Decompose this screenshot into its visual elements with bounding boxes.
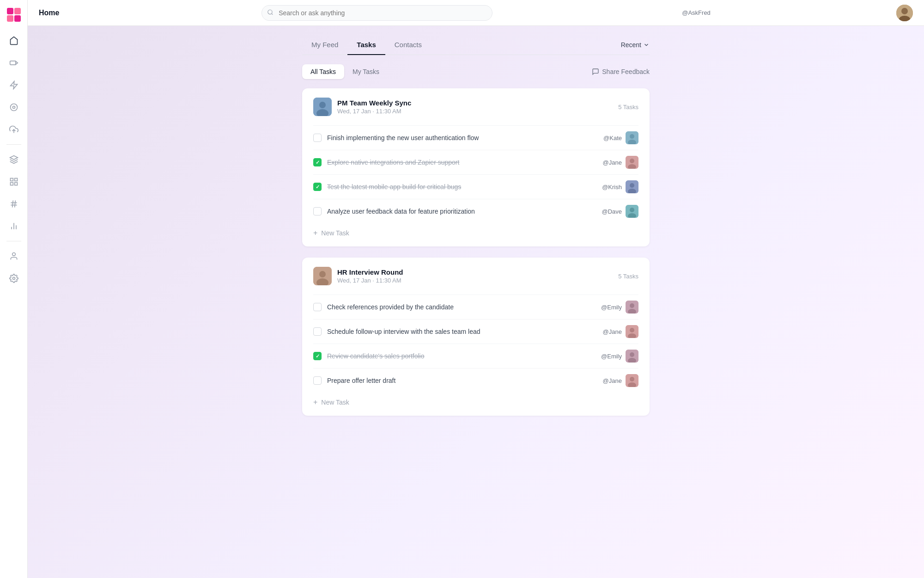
svg-rect-14 (14, 183, 17, 185)
task-text-4: Analyze user feedback data for feature p… (327, 208, 596, 215)
page-title: Home (39, 9, 76, 17)
assignee-avatar-6 (626, 325, 638, 338)
assignee-name-3: @Krish (602, 184, 622, 191)
task-checkbox-3[interactable] (313, 183, 322, 191)
svg-point-48 (630, 303, 634, 308)
sub-tabs: All Tasks My Tasks Share Feedback (302, 64, 650, 79)
subtab-mytasks[interactable]: My Tasks (344, 64, 388, 79)
chart-icon[interactable] (5, 217, 23, 235)
svg-point-8 (12, 106, 15, 109)
svg-marker-5 (16, 61, 18, 65)
svg-point-39 (630, 183, 634, 188)
assignee-avatar-1 (626, 131, 638, 144)
svg-point-27 (901, 8, 908, 14)
svg-rect-3 (14, 15, 21, 22)
search-icon (267, 9, 274, 17)
task-checkbox-8[interactable] (313, 376, 322, 385)
task-text-7: Review candidate's sales portfolio (327, 352, 596, 360)
task-text-8: Prepare offer letter draft (327, 377, 597, 384)
task-checkbox-6[interactable] (313, 327, 322, 336)
group-meta-2: Wed, 17 Jan · 11:30 AM (337, 277, 613, 284)
sidebar (0, 0, 28, 578)
tab-tasks[interactable]: Tasks (347, 35, 385, 55)
svg-rect-12 (14, 178, 17, 181)
hash-icon[interactable] (5, 195, 23, 213)
task-text-3: Test the latest mobile app build for cri… (327, 183, 596, 191)
lightning-icon[interactable] (5, 76, 23, 94)
task-assignee-4: @Dave (602, 205, 638, 218)
task-group-header-1: PM Team Weekly Sync Wed, 17 Jan · 11:30 … (313, 98, 638, 116)
subtab-alltasks[interactable]: All Tasks (302, 64, 344, 79)
circle-icon[interactable] (5, 98, 23, 117)
svg-point-45 (319, 271, 326, 277)
group-title-1: PM Team Weekly Sync (337, 99, 613, 107)
task-item-5: Check references provided by the candida… (313, 295, 638, 319)
recent-dropdown[interactable]: Recent (621, 41, 650, 49)
tab-myfeed[interactable]: My Feed (302, 35, 347, 55)
group-info-1: PM Team Weekly Sync Wed, 17 Jan · 11:30 … (337, 99, 613, 115)
upload-icon[interactable] (5, 120, 23, 139)
search-input[interactable] (261, 5, 492, 21)
task-checkbox-4[interactable] (313, 207, 322, 215)
person-icon[interactable] (5, 247, 23, 265)
svg-point-23 (12, 277, 15, 280)
task-item-6: Schedule follow-up interview with the sa… (313, 319, 638, 344)
home-icon[interactable] (5, 31, 23, 50)
ask-fred-label: @AskFred (682, 9, 711, 16)
svg-rect-0 (7, 8, 13, 14)
task-group-header-2: HR Interview Round Wed, 17 Jan · 11:30 A… (313, 267, 638, 285)
task-item-8: Prepare offer letter draft @Jane (313, 368, 638, 393)
svg-point-51 (630, 328, 634, 332)
new-task-button-1[interactable]: + New Task (313, 223, 638, 237)
task-checkbox-7[interactable] (313, 352, 322, 360)
svg-point-42 (630, 208, 634, 212)
task-item-3: Test the latest mobile app build for cri… (313, 174, 638, 199)
svg-rect-13 (10, 183, 13, 185)
group-title-2: HR Interview Round (337, 268, 613, 276)
svg-point-54 (630, 352, 634, 357)
svg-rect-11 (10, 178, 13, 181)
main-area: Home @AskFred My Feed Tasks Cont (28, 0, 924, 578)
assignee-name-7: @Emily (601, 353, 622, 360)
group-info-2: HR Interview Round Wed, 17 Jan · 11:30 A… (337, 268, 613, 284)
task-group-1: PM Team Weekly Sync Wed, 17 Jan · 11:30 … (302, 88, 650, 246)
svg-marker-6 (10, 81, 17, 89)
svg-point-57 (630, 377, 634, 381)
task-text-5: Check references provided by the candida… (327, 303, 596, 311)
app-logo[interactable] (6, 7, 21, 22)
task-checkbox-2[interactable] (313, 158, 322, 166)
task-checkbox-1[interactable] (313, 134, 322, 142)
svg-rect-4 (10, 61, 16, 65)
task-checkbox-5[interactable] (313, 303, 322, 311)
tab-contacts[interactable]: Contacts (385, 35, 431, 55)
svg-point-36 (630, 159, 634, 163)
assignee-name-8: @Jane (603, 377, 622, 384)
svg-point-30 (319, 102, 326, 108)
task-item-2: Explore native integrations and Zapier s… (313, 150, 638, 174)
new-task-button-2[interactable]: + New Task (313, 393, 638, 406)
task-text-2: Explore native integrations and Zapier s… (327, 159, 597, 166)
grid-icon[interactable] (5, 172, 23, 191)
new-task-icon-2: + (313, 398, 317, 406)
task-assignee-5: @Emily (601, 301, 638, 314)
assignee-name-1: @Kate (603, 135, 622, 141)
search-container (261, 5, 492, 21)
assignee-avatar-4 (626, 205, 638, 218)
assignee-name-4: @Dave (602, 208, 622, 215)
task-assignee-2: @Jane (603, 156, 638, 169)
task-assignee-1: @Kate (603, 131, 638, 144)
settings-icon[interactable] (5, 269, 23, 288)
task-assignee-7: @Emily (601, 350, 638, 363)
layers-icon[interactable] (5, 150, 23, 169)
group-count-2: 5 Tasks (618, 273, 638, 280)
svg-rect-2 (7, 15, 13, 22)
task-group-2: HR Interview Round Wed, 17 Jan · 11:30 A… (302, 258, 650, 416)
video-icon[interactable] (5, 54, 23, 72)
svg-line-17 (12, 201, 13, 208)
group-avatar-2 (313, 267, 332, 285)
svg-point-24 (268, 10, 272, 14)
share-feedback-button[interactable]: Share Feedback (592, 68, 650, 75)
assignee-avatar-3 (626, 180, 638, 193)
user-avatar[interactable] (896, 5, 913, 21)
task-text-6: Schedule follow-up interview with the sa… (327, 328, 597, 335)
